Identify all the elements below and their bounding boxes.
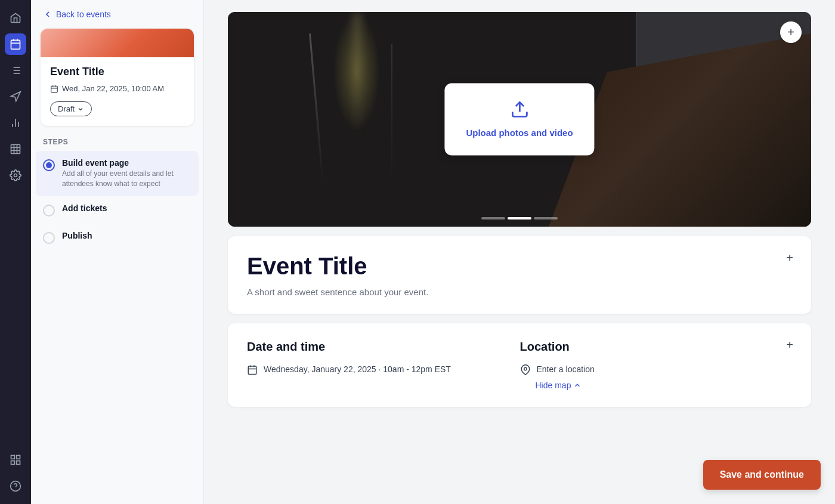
step-build-event-page[interactable]: Build event page Add all of your event d… [36,151,199,196]
location-title: Location [520,340,793,354]
back-to-events-link[interactable]: Back to events [31,0,203,29]
megaphone-icon[interactable] [5,86,26,107]
upload-icon [510,100,529,119]
save-continue-button[interactable]: Save and continue [703,460,821,490]
back-to-events-label: Back to events [56,10,111,19]
upload-label: Upload photos and video [466,126,573,139]
step-radio-active [43,159,55,171]
svg-rect-13 [11,145,20,154]
step-title-build: Build event page [62,158,191,168]
event-date-text: Wed, Jan 22, 2025, 10:00 AM [62,84,164,93]
step-radio-tickets [43,205,55,217]
date-icon [247,364,258,375]
location-value: Enter a location [537,363,595,376]
step-publish[interactable]: Publish [31,224,203,251]
svg-rect-21 [51,86,58,92]
chart-icon[interactable] [5,112,26,134]
svg-rect-17 [11,461,15,465]
event-info-add-button[interactable]: + [780,248,799,267]
svg-rect-16 [17,456,20,459]
step-title-tickets: Add tickets [62,203,107,213]
svg-rect-18 [17,461,20,465]
hide-map-link[interactable]: Hide map [536,381,793,390]
home-icon[interactable] [5,7,26,29]
step-desc-build: Add all of your event details and let at… [62,169,191,189]
event-card-banner [41,29,194,57]
upload-photos-button[interactable]: Upload photos and video [444,84,594,156]
hero-add-button[interactable]: + [780,21,802,43]
list-icon[interactable] [5,60,26,81]
sidebar: Back to events Event Title Wed, Jan 22, … [31,0,204,504]
step-add-tickets[interactable]: Add tickets [31,196,203,224]
help-icon[interactable] [5,475,26,497]
svg-point-30 [524,367,527,370]
svg-rect-0 [11,40,20,49]
chevron-up-icon [573,381,582,389]
icon-nav [0,0,31,504]
step-radio-publish [43,232,55,244]
svg-rect-26 [248,366,256,375]
date-location-card: + Date and time Wednesday, January 22, 2… [228,323,811,407]
event-info-card: + Event Title A short and sweet sentence… [228,236,811,314]
date-time-section: Date and time Wednesday, January 22, 202… [247,340,519,390]
grid-icon[interactable] [5,449,26,471]
scroll-indicator [481,217,558,219]
gear-icon[interactable] [5,165,26,186]
date-time-value: Wednesday, January 22, 2025 · 10am - 12p… [264,363,451,376]
steps-label: Steps [31,138,203,151]
event-card-title: Event Title [50,66,184,78]
location-section: Location Enter a location Hide map [520,340,793,390]
svg-rect-15 [11,456,15,459]
main-content: Upload photos and video + + Event Title … [204,0,835,504]
location-icon [520,364,531,375]
chevron-down-icon [77,106,84,113]
date-location-add-button[interactable]: + [780,335,799,354]
building-icon[interactable] [5,138,26,160]
calendar-icon[interactable] [5,33,26,55]
step-title-publish: Publish [62,231,92,240]
hero-image-container: Upload photos and video + [228,12,811,227]
status-badge[interactable]: Draft [50,101,92,116]
event-main-title: Event Title [247,253,792,280]
event-card-date: Wed, Jan 22, 2025, 10:00 AM [50,84,184,93]
event-summary-card: Event Title Wed, Jan 22, 2025, 10:00 AM … [41,29,194,126]
date-time-title: Date and time [247,340,519,354]
event-main-subtitle: A short and sweet sentence about your ev… [247,287,792,297]
calendar-small-icon [50,85,58,93]
svg-point-14 [14,174,17,177]
